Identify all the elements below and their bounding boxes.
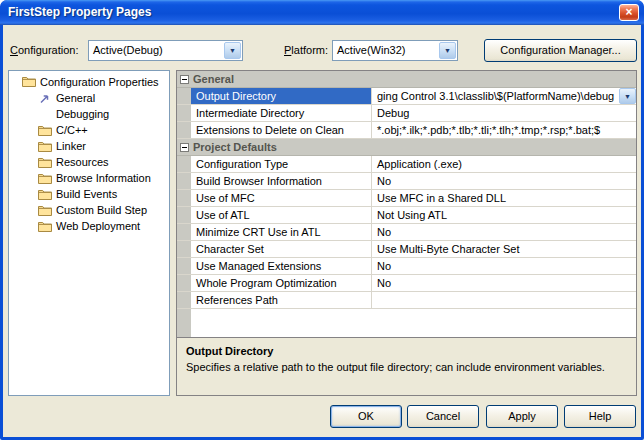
sidebar-item-linker[interactable]: Linker [9, 138, 169, 154]
configuration-dropdown-button[interactable]: ▼ [224, 42, 241, 59]
description-title: Output Directory [186, 345, 627, 357]
platform-select[interactable]: Active(Win32) ▼ [332, 40, 458, 61]
folder-icon [37, 220, 52, 232]
property-name[interactable]: Configuration Type [191, 156, 371, 172]
description-text: Specifies a relative path to the output … [186, 361, 627, 373]
folder-icon [37, 188, 52, 200]
property-value[interactable]: No [371, 275, 636, 291]
sidebar-item-c-cpp[interactable]: C/C++ [9, 122, 169, 138]
property-name[interactable]: Extensions to Delete on Clean [191, 122, 371, 138]
platform-dropdown-button[interactable]: ▼ [439, 42, 456, 59]
collapse-minus-icon[interactable] [180, 75, 189, 84]
open-folder-icon [21, 76, 36, 88]
sidebar-item-debugging[interactable]: Debugging [9, 106, 169, 122]
property-name[interactable]: Character Set [191, 241, 371, 257]
grid-section-general[interactable]: General [177, 71, 636, 88]
close-icon[interactable]: × [619, 4, 639, 21]
sidebar-item-web-deployment[interactable]: Web Deployment [9, 218, 169, 234]
configuration-label: Configuration: [10, 40, 79, 61]
spacer [37, 108, 52, 120]
titlebar[interactable]: FirstStep Property Pages × [0, 0, 644, 25]
grid-row-use-of-atl[interactable]: Use of ATL Not Using ATL [177, 207, 636, 224]
collapse-minus-icon[interactable] [180, 143, 189, 152]
property-value[interactable]: Debug [371, 105, 636, 121]
folder-icon [37, 172, 52, 184]
grid-row-minimize-crt-use-in-atl[interactable]: Minimize CRT Use in ATL No [177, 224, 636, 241]
property-value[interactable] [371, 292, 636, 308]
sidebar-item-custom-build-step[interactable]: Custom Build Step [9, 202, 169, 218]
property-name[interactable]: Minimize CRT Use in ATL [191, 224, 371, 240]
sidebar-item-general[interactable]: General [9, 90, 169, 106]
configuration-select[interactable]: Active(Debug) ▼ [88, 40, 243, 61]
grid-row-use-managed-extensions[interactable]: Use Managed Extensions No [177, 258, 636, 275]
chevron-down-icon: ▼ [225, 43, 240, 58]
grid-row-configuration-type[interactable]: Configuration Type Application (.exe) [177, 156, 636, 173]
property-value[interactable]: Use MFC in a Shared DLL [371, 190, 636, 206]
property-name[interactable]: Use of ATL [191, 207, 371, 223]
folder-icon [37, 156, 52, 168]
chevron-down-icon: ▼ [440, 43, 455, 58]
folder-icon [37, 124, 52, 136]
property-value[interactable]: No [371, 224, 636, 240]
property-name[interactable]: Build Browser Information [191, 173, 371, 189]
property-name[interactable]: Use Managed Extensions [191, 258, 371, 274]
grid-row-extensions-to-delete[interactable]: Extensions to Delete on Clean *.obj;*.il… [177, 122, 636, 139]
pages-tree: Configuration Properties General Debuggi… [8, 70, 170, 396]
grid-row-build-browser-information[interactable]: Build Browser Information No [177, 173, 636, 190]
sidebar-item-browse-information[interactable]: Browse Information [9, 170, 169, 186]
property-value[interactable]: Use Multi-Byte Character Set [371, 241, 636, 257]
property-pages-dialog: FirstStep Property Pages × Configuration… [0, 0, 644, 440]
grid-row-whole-program-optimization[interactable]: Whole Program Optimization No [177, 275, 636, 292]
help-button[interactable]: Help [564, 405, 636, 428]
platform-label: Platform: [284, 40, 328, 61]
property-value[interactable]: Not Using ATL [371, 207, 636, 223]
cancel-button[interactable]: Cancel [407, 405, 479, 428]
property-value[interactable]: No [371, 258, 636, 274]
tree-root-configuration-properties[interactable]: Configuration Properties [9, 71, 169, 90]
property-value[interactable]: *.obj;*.ilk;*.pdb;*.tlb;*.tli;*.tlh;*.tm… [371, 122, 636, 138]
property-value-editor[interactable]: ging Control 3.1\classlib\$(PlatformName… [371, 88, 636, 104]
property-description-panel: Output Directory Specifies a relative pa… [177, 337, 636, 395]
grid-row-character-set[interactable]: Character Set Use Multi-Byte Character S… [177, 241, 636, 258]
property-name[interactable]: Use of MFC [191, 190, 371, 206]
folder-icon [37, 140, 52, 152]
configuration-manager-button[interactable]: Configuration Manager... [484, 39, 637, 62]
property-name[interactable]: Output Directory [191, 88, 371, 104]
grid-row-output-directory[interactable]: Output Directory ging Control 3.1\classl… [177, 88, 636, 105]
folder-icon [37, 204, 52, 216]
value-dropdown-button[interactable]: ▼ [619, 88, 636, 104]
ok-button[interactable]: OK [330, 405, 402, 428]
property-name[interactable]: Intermediate Directory [191, 105, 371, 121]
grid-row-references-path[interactable]: References Path [177, 292, 636, 309]
property-grid: General Output Directory ging Control 3.… [176, 70, 637, 396]
property-value[interactable]: No [371, 173, 636, 189]
grid-row-intermediate-directory[interactable]: Intermediate Directory Debug [177, 105, 636, 122]
window-title: FirstStep Property Pages [8, 0, 151, 25]
grid-row-use-of-mfc[interactable]: Use of MFC Use MFC in a Shared DLL [177, 190, 636, 207]
sidebar-item-resources[interactable]: Resources [9, 154, 169, 170]
sidebar-item-build-events[interactable]: Build Events [9, 186, 169, 202]
chevron-down-icon: ▼ [620, 89, 635, 104]
property-name[interactable]: Whole Program Optimization [191, 275, 371, 291]
apply-button[interactable]: Apply [486, 405, 558, 428]
dialog-body: Configuration: Active(Debug) ▼ Platform:… [3, 25, 641, 437]
selected-page-arrow-icon [37, 92, 52, 104]
grid-section-project-defaults[interactable]: Project Defaults [177, 139, 636, 156]
property-name[interactable]: References Path [191, 292, 371, 308]
property-value[interactable]: Application (.exe) [371, 156, 636, 172]
